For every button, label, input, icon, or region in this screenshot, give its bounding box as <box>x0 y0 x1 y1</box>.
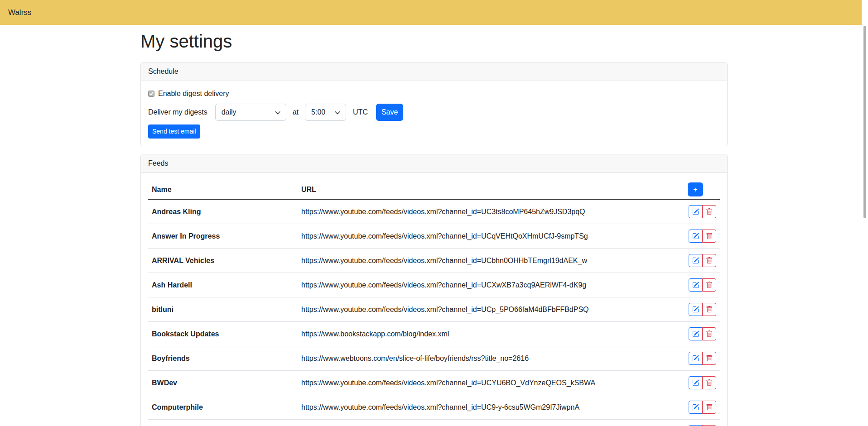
chevron-down-icon <box>334 110 341 116</box>
feed-actions-group <box>689 401 716 414</box>
feeds-card-body: Name URL + Andreas Kling https://www.you… <box>141 173 727 426</box>
table-row: bitluni https://www.youtube.com/feeds/vi… <box>148 297 720 322</box>
column-header-url: URL <box>298 180 675 199</box>
delete-feed-button[interactable] <box>702 278 716 292</box>
deliver-label: Deliver my digests <box>148 108 207 116</box>
feed-actions-group <box>689 230 716 243</box>
edit-feed-button[interactable] <box>689 230 703 243</box>
edit-feed-button[interactable] <box>689 376 703 389</box>
feed-url: https://www.youtube.com/feeds/videos.xml… <box>298 297 675 322</box>
delete-feed-button[interactable] <box>702 401 716 414</box>
trash-icon <box>706 257 713 264</box>
at-label: at <box>293 108 299 116</box>
table-row: Computerphile https://www.youtube.com/fe… <box>148 395 720 420</box>
checkmark-icon <box>149 91 154 96</box>
feed-actions <box>675 273 720 297</box>
feed-actions <box>675 322 720 346</box>
feed-actions <box>675 395 720 420</box>
feed-name: Andreas Kling <box>148 199 298 224</box>
trash-icon <box>706 404 713 411</box>
feeds-card: Feeds Name URL + Andreas Kling https://w… <box>140 154 728 426</box>
save-button[interactable]: Save <box>376 104 403 121</box>
feed-actions-group <box>689 376 716 389</box>
feed-name: Fireship <box>148 420 298 426</box>
edit-feed-button[interactable] <box>689 254 703 267</box>
enable-digest-row: Enable digest delivery <box>148 88 720 99</box>
edit-feed-button[interactable] <box>689 327 703 340</box>
delete-feed-button[interactable] <box>702 303 716 316</box>
feed-url: https://www.youtube.com/feeds/videos.xml… <box>298 224 675 249</box>
feed-actions <box>675 249 720 273</box>
window-scrollbar-track[interactable] <box>862 0 868 426</box>
delivery-controls-row: Deliver my digests daily at 5:00 UTC Sav… <box>148 104 720 121</box>
feed-actions-group <box>689 327 716 340</box>
feed-url: https://www.youtube.com/feeds/videos.xml… <box>298 249 675 273</box>
feeds-table: Name URL + Andreas Kling https://www.you… <box>148 180 720 426</box>
feed-name: Boyfriends <box>148 346 298 371</box>
feed-actions-group <box>689 205 716 218</box>
add-feed-button[interactable]: + <box>688 182 703 196</box>
feed-name: Computerphile <box>148 395 298 420</box>
edit-feed-button[interactable] <box>689 352 703 365</box>
feeds-table-header-row: Name URL + <box>148 180 720 199</box>
feed-name: Bookstack Updates <box>148 322 298 346</box>
feed-url: https://www.youtube.com/feeds/videos.xml… <box>298 395 675 420</box>
trash-icon <box>706 233 713 239</box>
window-scrollbar-thumb[interactable] <box>863 26 866 218</box>
feed-name: Ash Hardell <box>148 273 298 297</box>
pencil-square-icon <box>692 379 699 386</box>
feed-actions <box>675 199 720 224</box>
delete-feed-button[interactable] <box>702 205 716 218</box>
feed-name: Answer In Progress <box>148 224 298 249</box>
time-select[interactable]: 5:00 <box>305 104 346 121</box>
column-header-name: Name <box>148 180 298 199</box>
edit-feed-button[interactable] <box>689 303 703 316</box>
feed-url: https://www.youtube.com/feeds/videos.xml… <box>298 420 675 426</box>
table-row: ARRIVAL Vehicles https://www.youtube.com… <box>148 249 720 273</box>
main-content: My settings Schedule Enable digest deliv… <box>140 25 728 426</box>
delete-feed-button[interactable] <box>702 230 716 243</box>
edit-feed-button[interactable] <box>689 205 703 218</box>
edit-feed-button[interactable] <box>689 278 703 292</box>
table-row: Fireship https://www.youtube.com/feeds/v… <box>148 420 720 426</box>
feed-actions-group <box>689 352 716 365</box>
chevron-down-icon <box>275 110 281 116</box>
feed-actions <box>675 371 720 395</box>
table-row: Ash Hardell https://www.youtube.com/feed… <box>148 273 720 297</box>
trash-icon <box>706 379 713 386</box>
feed-actions <box>675 224 720 249</box>
trash-icon <box>706 355 713 362</box>
frequency-select-value: daily <box>222 108 236 116</box>
time-select-value: 5:00 <box>311 108 325 116</box>
feed-actions <box>675 420 720 426</box>
delete-feed-button[interactable] <box>702 254 716 267</box>
trash-icon <box>706 330 713 337</box>
delete-feed-button[interactable] <box>702 376 716 389</box>
page-title: My settings <box>140 30 728 52</box>
brand-link[interactable]: Walrss <box>8 8 31 17</box>
trash-icon <box>706 282 713 288</box>
send-test-email-button[interactable]: Send test email <box>148 124 200 139</box>
feed-url: https://www.youtube.com/feeds/videos.xml… <box>298 199 675 224</box>
feed-actions-group <box>689 278 716 292</box>
trash-icon <box>706 208 713 215</box>
feed-actions-group <box>689 254 716 267</box>
edit-feed-button[interactable] <box>689 401 703 414</box>
app-navbar: Walrss <box>0 0 868 25</box>
frequency-select[interactable]: daily <box>215 104 286 121</box>
feed-url: https://www.youtube.com/feeds/videos.xml… <box>298 273 675 297</box>
enable-digest-label: Enable digest delivery <box>158 90 229 98</box>
schedule-card-header: Schedule <box>141 62 727 81</box>
feeds-card-header: Feeds <box>141 154 727 173</box>
table-row: Andreas Kling https://www.youtube.com/fe… <box>148 199 720 224</box>
feed-actions-group <box>689 303 716 316</box>
feed-url: https://www.bookstackapp.com/blog/index.… <box>298 322 675 346</box>
pencil-square-icon <box>692 404 699 411</box>
pencil-square-icon <box>692 330 699 337</box>
feed-name: bitluni <box>148 297 298 322</box>
table-row: Bookstack Updates https://www.bookstacka… <box>148 322 720 346</box>
enable-digest-checkbox[interactable] <box>148 91 154 97</box>
schedule-card: Schedule Enable digest delivery Deliver … <box>140 62 728 146</box>
delete-feed-button[interactable] <box>702 327 716 340</box>
delete-feed-button[interactable] <box>702 352 716 365</box>
